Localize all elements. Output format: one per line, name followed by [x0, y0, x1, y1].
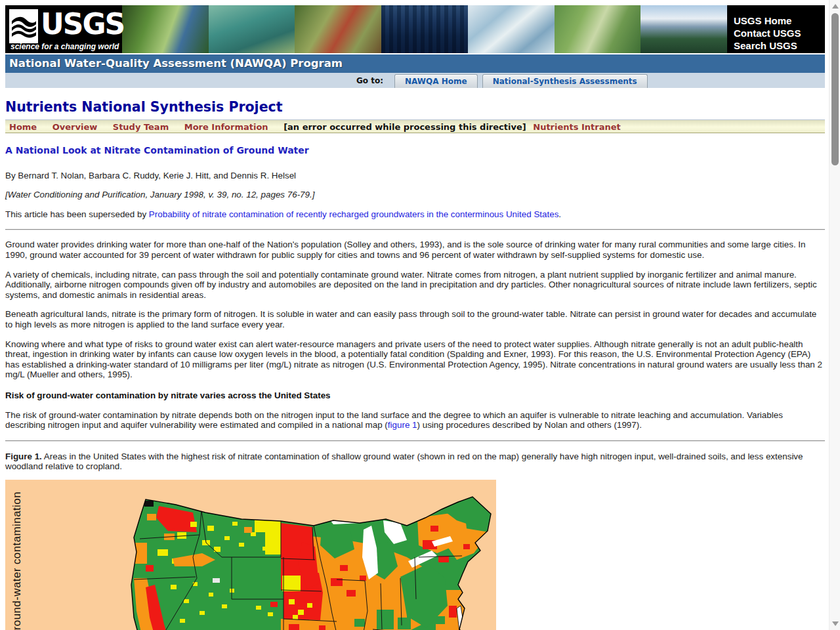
banner-photo	[295, 5, 381, 53]
nav-home-link[interactable]: Home	[9, 122, 37, 132]
page-title: Nutrients National Synthesis Project	[5, 99, 825, 115]
superseded-suffix: .	[558, 209, 561, 219]
goto-bar: Go to: NAWQA Home National-Synthesis Ass…	[5, 73, 825, 88]
article-heading: A National Look at Nitrate Contamination…	[5, 146, 825, 156]
figure-1-map: Risk of ground-water contamination	[5, 480, 496, 630]
usgs-header-banner: USGS science for a changing world USGS H…	[5, 5, 825, 53]
banner-photo	[122, 5, 209, 53]
banner-photo-strip	[122, 5, 727, 53]
nitrate-risk-map-image	[5, 480, 496, 630]
superseded-prefix: This article has been superseded by	[5, 209, 149, 219]
map-side-label: Risk of ground-water contamination	[12, 492, 22, 630]
program-title-bar: National Water-Quality Assessment (NAWQA…	[5, 54, 825, 73]
figure-caption: Figure 1. Areas in the United States wit…	[5, 452, 825, 472]
nawqa-home-button[interactable]: NAWQA Home	[394, 74, 478, 88]
nav-study-team-link[interactable]: Study Team	[113, 122, 169, 132]
superseded-article-link[interactable]: Probability of nitrate contamination of …	[149, 209, 559, 219]
usgs-logo[interactable]: USGS science for a changing world	[5, 5, 122, 53]
banner-photo	[381, 5, 468, 53]
search-usgs-link[interactable]: Search USGS	[734, 39, 825, 52]
usgs-header-links: USGS Home Contact USGS Search USGS	[727, 5, 825, 53]
article: A National Look at Nitrate Contamination…	[5, 146, 825, 630]
nav-more-information-link[interactable]: More Information	[184, 122, 268, 132]
figure-1-link[interactable]: figure 1	[388, 420, 417, 430]
national-synthesis-assessments-button[interactable]: National-Synthesis Assessments	[482, 74, 648, 88]
goto-label: Go to:	[356, 76, 383, 85]
banner-photo	[555, 5, 641, 53]
scrollbar-up-arrow-icon[interactable]	[832, 4, 839, 9]
nav-nutrients-intranet-link[interactable]: Nutrients Intranet	[533, 122, 621, 132]
paragraph: Beneath agricultural lands, nitrate is t…	[5, 309, 825, 329]
ssi-error-text: [an error occurred while processing this…	[284, 122, 526, 132]
page: USGS science for a changing world USGS H…	[5, 5, 825, 630]
paragraph: Knowing where and what type of risks to …	[5, 339, 825, 380]
vertical-scrollbar[interactable]	[829, 0, 840, 630]
article-citation: [Water Conditioning and Purification, Ja…	[5, 190, 825, 200]
banner-photo	[209, 5, 295, 53]
banner-photo	[468, 5, 555, 53]
risk-paragraph: The risk of ground-water contamination b…	[5, 410, 825, 430]
article-byline: By Bernard T. Nolan, Barbara C. Ruddy, K…	[5, 171, 825, 181]
superseded-notice: This article has been superseded by Prob…	[5, 209, 825, 220]
usgs-wordmark: USGS	[41, 7, 124, 42]
divider	[5, 440, 825, 442]
figure-caption-text: Areas in the United States with the high…	[5, 452, 803, 472]
scrollbar-down-arrow-icon[interactable]	[832, 621, 839, 626]
usgs-wave-icon	[9, 9, 38, 43]
risk-section-heading: Risk of ground-water contamination by ni…	[5, 390, 825, 401]
divider	[5, 229, 825, 230]
nav-overview-link[interactable]: Overview	[52, 122, 98, 132]
paragraph: Ground water provides drinking water for…	[5, 240, 825, 260]
usgs-home-link[interactable]: USGS Home	[734, 14, 825, 27]
figure-label: Figure 1.	[5, 452, 42, 461]
risk-paragraph-text: ) using procedures described by Nolan an…	[417, 420, 642, 430]
scrollbar-thumb[interactable]	[831, 13, 839, 165]
usgs-tagline: science for a changing world	[10, 42, 119, 51]
section-navbar: Home Overview Study Team More Informatio…	[5, 119, 825, 133]
banner-photo	[640, 5, 727, 53]
contact-usgs-link[interactable]: Contact USGS	[734, 27, 825, 39]
paragraph: A variety of chemicals, including nitrat…	[5, 270, 825, 301]
